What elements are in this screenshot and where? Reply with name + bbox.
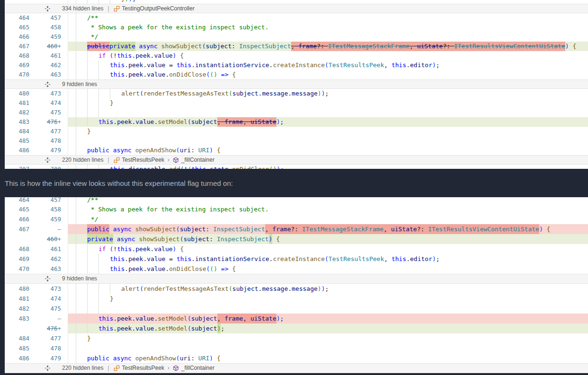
code-line[interactable]: this.peek.value.setModel(subject);: [68, 323, 588, 333]
code-token: ;: [436, 61, 440, 70]
code-line[interactable]: this.peek.value.onDidClose(() => {: [68, 70, 588, 79]
code-token: uri: [180, 353, 191, 363]
code-line[interactable]: /**: [68, 197, 588, 204]
code-token: message: [262, 89, 288, 98]
diff-gutter: 476+: [5, 323, 68, 333]
code-token: :: [232, 42, 235, 51]
breadcrumb-separator: ›: [168, 363, 169, 373]
code-line[interactable]: }: [68, 333, 588, 343]
unfold-icon[interactable]: [45, 276, 51, 282]
code-line[interactable]: }: [68, 294, 588, 304]
indent-guide: [87, 314, 98, 323]
indent-guide: [76, 89, 87, 98]
added-line-plus: +: [57, 325, 61, 332]
code-token: InspectSubject: [217, 234, 269, 244]
inline-diff-classic: 464457/**465458 * Shows a peek for the e…: [5, 197, 588, 373]
code-line[interactable]: /**: [68, 13, 588, 23]
code-line[interactable]: [68, 343, 588, 353]
code-token: ITestMessageStackFrame: [302, 224, 383, 234]
code-token: .: [406, 61, 410, 70]
code-line[interactable]: */: [68, 32, 588, 42]
code-line[interactable]: */: [68, 214, 588, 224]
code-row: 466459 */: [5, 214, 588, 224]
code-line[interactable]: [68, 304, 588, 314]
indent-guide: [98, 165, 110, 169]
code-line[interactable]: alert(renderTestMessageAsText(subject.me…: [68, 284, 588, 294]
code-token: (: [202, 42, 206, 51]
code-token: value: [154, 244, 172, 254]
code-line[interactable]: public async showSubject(subject: Inspec…: [68, 224, 588, 234]
code-token: (: [109, 244, 113, 254]
code-line[interactable]: * Shows a peek for the existing inspect …: [68, 23, 588, 32]
code-line[interactable]: public async openAndShow(uri: URI) {: [68, 146, 588, 155]
line-number-new: –: [29, 314, 68, 323]
code-line[interactable]: this.disposable.add(!(this.state.onDidCl…: [68, 165, 588, 169]
hidden-lines-bar[interactable]: 334 hidden lines|TestingOutputPeekContro…: [5, 4, 588, 13]
code-token: ITestResultsViewContentUiState: [454, 42, 565, 51]
code-line[interactable]: this.peek.value.onDidClose(() => {: [68, 264, 588, 274]
line-number-new: 476+: [29, 117, 68, 127]
indent-guide: [76, 165, 87, 169]
code-token: }: [87, 333, 91, 343]
symbol-label: TestResultsPeek: [122, 363, 164, 373]
hidden-lines-bar[interactable]: 220 hidden lines|TestResultsPeek›_fillCo…: [5, 363, 588, 373]
indent-guide: [76, 23, 87, 32]
code-token: value: [147, 254, 165, 264]
code-line[interactable]: this.peek.value = this.instantiationServ…: [68, 61, 588, 70]
code-line[interactable]: [68, 108, 588, 117]
unfold-icon[interactable]: [45, 157, 51, 163]
indent-guide: [76, 254, 87, 264]
code-token: [298, 224, 302, 234]
code-line[interactable]: publicprivate async showSubject(subject:…: [68, 42, 588, 51]
indent-guide: [76, 214, 87, 224]
hidden-lines-bar[interactable]: 9 hidden lines: [5, 274, 588, 284]
code-line[interactable]: private async showSubject(subject: Inspe…: [68, 234, 588, 244]
code-line[interactable]: }: [68, 127, 588, 136]
caption-band: This is how the inline view looks withou…: [0, 169, 588, 197]
code-token: .: [132, 314, 135, 323]
unfold-icon[interactable]: [45, 81, 51, 87]
code-token: ): [214, 264, 217, 274]
class-icon: [114, 365, 120, 371]
code-token: /**: [87, 197, 98, 204]
code-token: (: [176, 224, 180, 234]
code-row: 484477}: [5, 127, 588, 136]
code-line[interactable]: this.peek.value.setModel(subject, frame,…: [68, 314, 588, 323]
code-line[interactable]: if (!this.peek.value) {: [68, 51, 588, 61]
indent-guide: [87, 264, 98, 274]
hidden-lines-bar[interactable]: 220 hidden lines|TestResultsPeek›_fillCo…: [5, 155, 588, 165]
code-line[interactable]: if (!this.peek.value) {: [68, 244, 588, 254]
code-line[interactable]: this.peek.value = this.instantiationServ…: [68, 254, 588, 264]
code-token: ): [276, 117, 280, 127]
code-line[interactable]: * Shows a peek for the existing inspect …: [68, 204, 588, 214]
unfold-icon[interactable]: [45, 365, 51, 371]
hidden-lines-bar[interactable]: 9 hidden lines: [5, 79, 588, 89]
code-token: peek: [135, 244, 150, 254]
diff-gutter: 466459: [5, 32, 68, 42]
code-token: this: [98, 323, 113, 333]
added-line-plus: +: [57, 235, 61, 243]
line-number-new: 478: [29, 136, 68, 146]
code-line[interactable]: }: [68, 98, 588, 108]
code-token: {: [569, 42, 577, 51]
code-line[interactable]: [68, 136, 588, 146]
separator: |: [107, 155, 109, 165]
code-line[interactable]: }));: [68, 0, 588, 4]
code-line[interactable]: this.peek.value.setModel(subject, frame,…: [68, 117, 588, 127]
code-line[interactable]: public async openAndShow(uri: URI) {: [68, 353, 588, 363]
code-token: this: [117, 51, 132, 61]
indent-guide: [87, 51, 98, 61]
unfold-icon[interactable]: [45, 6, 51, 12]
code-token: .: [125, 61, 128, 70]
indent-guide: [98, 304, 110, 314]
code-token: ): [173, 244, 177, 254]
line-number-old: 480: [5, 89, 29, 98]
code-token: .: [154, 323, 158, 333]
code-line[interactable]: alert(renderTestMessageAsText(subject.me…: [68, 89, 588, 98]
code-token: (: [325, 61, 329, 70]
code-token: openAndShow: [135, 353, 176, 363]
code-token: ): [321, 89, 325, 98]
code-token: value: [154, 51, 172, 61]
hidden-lines-count: 334 hidden lines: [62, 4, 103, 13]
code-token: :: [191, 353, 195, 363]
